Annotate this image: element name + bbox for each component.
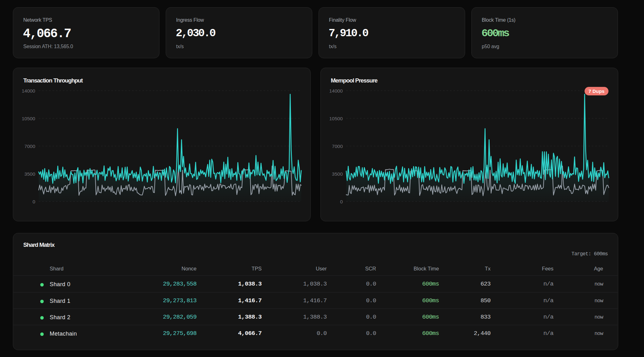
svg-text:3500: 3500 <box>25 171 36 177</box>
svg-text:10500: 10500 <box>22 116 35 121</box>
svg-text:14000: 14000 <box>329 88 343 94</box>
svg-text:0: 0 <box>340 199 343 204</box>
svg-text:0: 0 <box>32 199 35 204</box>
svg-text:7000: 7000 <box>332 144 343 149</box>
svg-text:14000: 14000 <box>22 88 35 94</box>
svg-text:10500: 10500 <box>329 116 343 121</box>
svg-text:3500: 3500 <box>332 171 343 177</box>
svg-text:7000: 7000 <box>25 144 36 149</box>
